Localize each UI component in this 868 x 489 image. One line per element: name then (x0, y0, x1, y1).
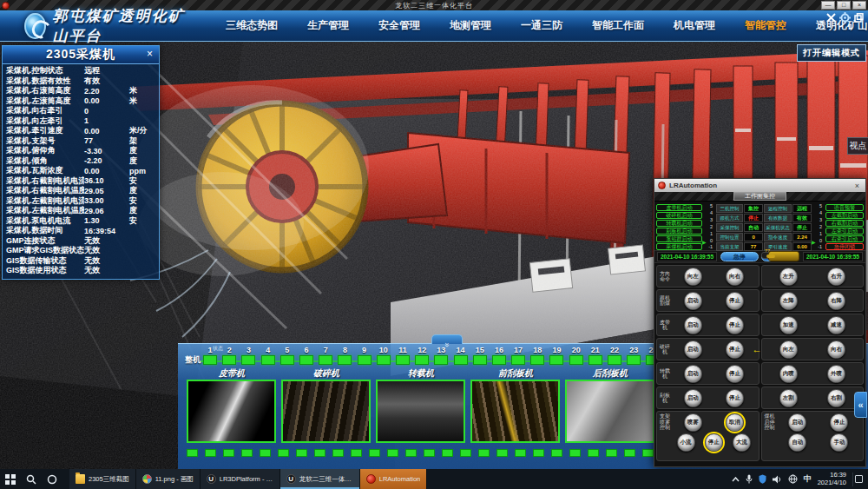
notification-center-icon[interactable] (852, 472, 865, 486)
interlock-left-button-4[interactable]: 泵站群启动 (656, 235, 702, 242)
channel-2[interactable]: 2 (220, 346, 239, 365)
camera-thumbnail-2[interactable] (376, 380, 465, 443)
nav-item-1[interactable]: 生产管理 (307, 18, 349, 33)
channel-4[interactable]: 4 (259, 346, 278, 365)
channel-23[interactable]: 23 (624, 346, 643, 365)
support-square-19[interactable] (533, 449, 544, 457)
round-button-小流[interactable]: 小流 (677, 433, 695, 452)
channel-18[interactable]: 18 (528, 346, 547, 365)
round-button-左降[interactable]: 左降 (779, 292, 798, 310)
taskbar-app-2[interactable]: ULR3DPlatform - U... (201, 469, 280, 489)
nav-item-3[interactable]: 地测管理 (450, 18, 491, 33)
round-button-取消[interactable]: 取消 (726, 413, 744, 432)
collapse-cameras-button[interactable]: » (431, 334, 463, 344)
edit-mode-button[interactable]: 打开编辑模式 (797, 44, 866, 62)
channel-11[interactable]: 11 (393, 346, 412, 365)
support-square-0[interactable] (187, 449, 198, 457)
round-button-向左[interactable]: 向左 (684, 268, 702, 286)
support-square-12[interactable] (405, 449, 417, 457)
microphone-icon[interactable] (746, 474, 753, 484)
channel-6[interactable]: 6 (297, 346, 316, 365)
round-button-向左[interactable]: 向左 (779, 340, 798, 359)
round-button-启动[interactable]: 启动 (684, 340, 702, 359)
interlock-right-button-4[interactable]: 右牵引启动 (825, 235, 864, 242)
channel-14[interactable]: 14 (450, 346, 470, 365)
round-button-内喷[interactable]: 内喷 (779, 365, 798, 383)
camera-thumbnail-4[interactable] (565, 380, 654, 443)
round-button-减速[interactable]: 减速 (827, 316, 845, 334)
round-button-右割[interactable]: 右割 (827, 389, 845, 407)
taskbar-app-1[interactable]: 11.png - 画图 (136, 469, 201, 489)
gear-icon[interactable] (839, 12, 851, 23)
channel-16[interactable]: 16 (490, 346, 509, 365)
tools-icon[interactable] (825, 12, 837, 23)
round-button-左升[interactable]: 左升 (779, 268, 798, 286)
camera-thumbnail-3[interactable] (470, 380, 560, 443)
support-square-23[interactable] (606, 449, 617, 457)
round-button-右降[interactable]: 右降 (827, 292, 845, 310)
round-button-喷雾[interactable]: 喷雾 (684, 413, 702, 432)
round-button-停止[interactable]: 停止 (726, 389, 744, 407)
tray-chevron-up-icon[interactable] (732, 477, 740, 482)
estop-button[interactable]: 急停 (720, 252, 759, 261)
support-square-2[interactable] (223, 449, 234, 457)
nav-item-5[interactable]: 智能工作面 (592, 18, 644, 33)
round-button-启动[interactable]: 启动 (684, 389, 702, 407)
round-button-自动[interactable]: 自动 (788, 433, 806, 452)
start-button[interactable] (0, 469, 21, 489)
close-button[interactable]: × (852, 1, 866, 10)
round-button-启动[interactable]: 启动 (684, 316, 702, 334)
emergency-stop-button[interactable]: 急停闭锁 (825, 243, 864, 250)
support-square-1[interactable] (205, 449, 216, 457)
cortana-icon[interactable] (42, 469, 62, 489)
support-square-5[interactable] (278, 449, 289, 457)
taskbar-app-3[interactable]: U龙软二三维一体化... (280, 469, 360, 489)
round-button-右升[interactable]: 右升 (827, 268, 845, 286)
round-button-停止[interactable]: 停止 (726, 292, 744, 310)
taskbar-app-0[interactable]: 2305三维截图 (69, 469, 136, 489)
round-button-停止[interactable]: 停止 (705, 433, 723, 452)
nav-item-4[interactable]: 一通三防 (521, 18, 562, 33)
panel-close-icon[interactable]: × (143, 48, 156, 61)
channel-19[interactable]: 19 (547, 346, 566, 365)
nav-item-7[interactable]: 智能管控 (745, 18, 786, 33)
lr-titlebar[interactable]: LRAutomation × (654, 179, 865, 192)
round-button-启动[interactable]: 启动 (684, 365, 702, 383)
support-square-4[interactable] (260, 449, 271, 457)
channel-7[interactable]: 7 (316, 346, 335, 365)
support-square-14[interactable] (442, 449, 453, 457)
camera-thumbnail-1[interactable] (281, 380, 371, 443)
interlock-right-button-0[interactable]: 语音预警 (825, 204, 864, 211)
round-button-停止[interactable]: 停止 (830, 413, 848, 432)
interlock-left-button-0[interactable]: 皮带机启动 (656, 204, 702, 211)
channel-22[interactable]: 22 (605, 346, 624, 365)
nav-item-0[interactable]: 三维态势图 (226, 18, 278, 33)
round-button-手动[interactable]: 手动 (830, 433, 848, 452)
round-button-启动[interactable]: 启动 (788, 413, 806, 432)
round-button-加速[interactable]: 加速 (779, 316, 798, 334)
support-square-10[interactable] (369, 449, 380, 457)
round-button-向右[interactable]: 向右 (827, 340, 845, 359)
round-button-外喷[interactable]: 外喷 (827, 365, 845, 383)
support-square-7[interactable] (314, 449, 326, 457)
round-button-启动[interactable]: 启动 (684, 292, 702, 310)
speaker-icon[interactable] (773, 475, 782, 484)
interlock-right-button-3[interactable]: 左牵引启动 (825, 228, 864, 235)
lr-close-icon[interactable]: × (852, 182, 862, 190)
channel-9[interactable]: 9 (355, 346, 374, 365)
support-square-16[interactable] (478, 449, 490, 457)
tab-workface-control[interactable]: 工作面集控 (733, 192, 786, 201)
camera-thumbnail-0[interactable] (187, 380, 276, 443)
channel-17[interactable]: 17 (509, 346, 528, 365)
support-square-22[interactable] (588, 449, 599, 457)
taskbar-app-4[interactable]: LRAutomation (360, 469, 428, 489)
minimize-button[interactable]: — (821, 1, 835, 10)
round-button-左割[interactable]: 左割 (779, 389, 798, 407)
channel-3[interactable]: 3 (239, 346, 258, 365)
channel-21[interactable]: 21 (586, 346, 605, 365)
support-square-6[interactable] (296, 449, 307, 457)
security-shield-icon[interactable] (759, 474, 766, 484)
round-button-向右[interactable]: 向右 (726, 268, 744, 286)
channel-15[interactable]: 15 (470, 346, 490, 365)
support-square-11[interactable] (387, 449, 398, 457)
